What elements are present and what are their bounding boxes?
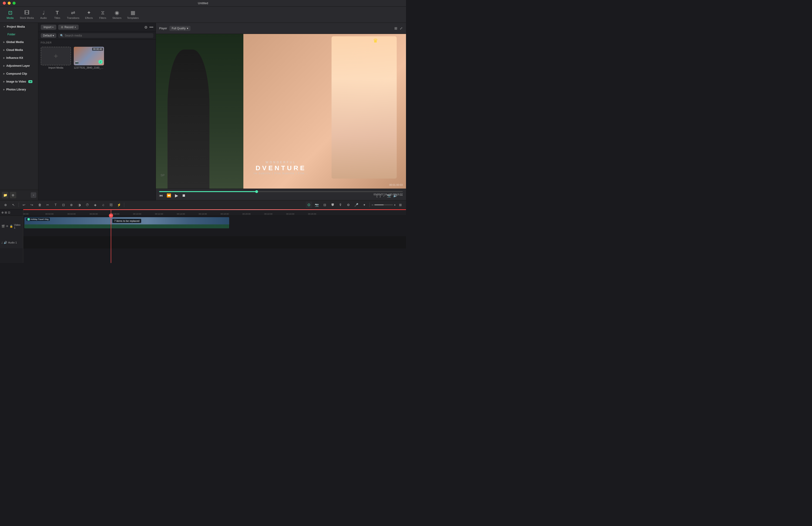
- selected-check-icon: ✓: [98, 60, 103, 64]
- toolbar-templates[interactable]: ▦ Templates: [125, 9, 141, 21]
- sidebar-compound-clip[interactable]: ▶ Compound Clip: [0, 70, 38, 78]
- progress-handle[interactable]: [255, 190, 258, 193]
- timeline-area: ⊕ ↖ ↩ ↪ 🗑 ✂ T ⊡: [0, 200, 406, 263]
- sidebar-global-media[interactable]: ▶ Global Media: [0, 38, 38, 46]
- import-thumb[interactable]: +: [41, 47, 71, 65]
- playback-controls: ⏮ ⏪ ▶ ⏹ [ ] ↓ 📷 🔊 ⋯: [156, 193, 406, 198]
- snapshot-button[interactable]: 📷: [314, 201, 320, 208]
- mute-icon[interactable]: 🔊: [4, 241, 7, 244]
- ruler-mark-20: 00:20:00: [243, 213, 250, 215]
- adjustment-layer-label: Adjustment Layer: [6, 64, 30, 67]
- sidebar-adjustment-layer[interactable]: ▶ Adjustment Layer: [0, 62, 38, 70]
- link-button[interactable]: ⛓: [108, 201, 114, 208]
- zoom-slider[interactable]: [374, 205, 393, 205]
- toolbar-titles[interactable]: T Titles: [51, 9, 64, 21]
- toolbar-media[interactable]: ⊡ Media: [4, 9, 16, 21]
- fit-button[interactable]: ⊞: [397, 201, 404, 208]
- more-options-icon[interactable]: •••: [149, 25, 153, 30]
- filter-icon[interactable]: ⚙: [144, 25, 147, 30]
- add-smart-folder-button[interactable]: ⊕: [10, 192, 16, 198]
- sidebar-item-folder[interactable]: Folder: [1, 31, 37, 38]
- toolbar-effects[interactable]: ✦ Effects: [83, 9, 96, 21]
- stop-button[interactable]: ⏹: [182, 194, 186, 198]
- zoom-out-icon[interactable]: −: [372, 203, 374, 207]
- toolbar-stickers[interactable]: ◉ Stickers: [110, 9, 124, 21]
- cut-button[interactable]: ✂: [44, 201, 51, 208]
- select-tool-button[interactable]: ↖: [10, 201, 17, 208]
- ai-tl-button[interactable]: ✦: [361, 201, 367, 208]
- import-button[interactable]: Import ▾: [41, 25, 56, 30]
- add-track-icon[interactable]: ⊕: [1, 211, 4, 214]
- video-track-header: 🎬 👁 🔒 Video 1: [0, 216, 23, 237]
- transform-button[interactable]: ⊕: [68, 201, 75, 208]
- mask-button[interactable]: ◈: [92, 201, 98, 208]
- crop-icon: ⊡: [62, 203, 65, 207]
- import-chevron-icon: ▾: [52, 26, 54, 28]
- media-label: Media: [7, 16, 14, 19]
- voice-button[interactable]: 🎤: [353, 201, 360, 208]
- audio-edit-button[interactable]: ♫: [100, 201, 106, 208]
- default-view-button[interactable]: Default ▾: [41, 33, 56, 38]
- chevron-right-icon7: ▶: [3, 88, 5, 91]
- zoom-control: − +: [372, 203, 396, 207]
- record-tl-button[interactable]: ⊙: [306, 201, 312, 208]
- text-button[interactable]: T: [52, 201, 59, 208]
- toolbar-audio[interactable]: ♩ Audio: [37, 9, 50, 21]
- sidebar-project-media[interactable]: ▼ Project Media: [0, 23, 38, 31]
- progress-bar[interactable]: [159, 191, 403, 192]
- audio-track-icon[interactable]: ♩: [1, 241, 3, 244]
- undo-button[interactable]: ↩: [21, 201, 27, 208]
- redo-button[interactable]: ↪: [29, 201, 35, 208]
- eye-icon[interactable]: 👁: [6, 225, 9, 228]
- color-button[interactable]: ◑: [76, 201, 83, 208]
- watermark: SP: [161, 174, 164, 177]
- toolbar-transitions[interactable]: ⇌ Transitions: [65, 9, 82, 21]
- unlink-button[interactable]: ⚡: [116, 201, 122, 208]
- import-media-item[interactable]: + Import Media: [41, 47, 71, 69]
- zoom-in-icon[interactable]: +: [394, 203, 396, 207]
- film-title: DVENTURE: [253, 164, 308, 172]
- window-controls: [3, 2, 16, 5]
- play-button[interactable]: ▶: [175, 193, 178, 198]
- audio-track-content: [23, 237, 406, 249]
- maximize-button[interactable]: [13, 2, 16, 5]
- collapse-sidebar-button[interactable]: ‹: [31, 192, 36, 198]
- sidebar-image-to-video[interactable]: ▶ Image to Video AI: [0, 78, 38, 86]
- shield-button[interactable]: ⛊: [330, 201, 336, 208]
- search-input[interactable]: [65, 34, 151, 37]
- sidebar-photos-library[interactable]: ▶ Photos Library: [0, 86, 38, 93]
- chevron-right-icon5: ▶: [3, 73, 5, 75]
- toolbar-filters[interactable]: ⧖ Filters: [96, 9, 109, 21]
- add-folder-button[interactable]: 📁: [2, 192, 9, 198]
- rewind-button[interactable]: ⏮: [159, 194, 163, 198]
- minimize-button[interactable]: [8, 2, 11, 5]
- toolbar-stock-media[interactable]: 🎞 Stock Media: [17, 9, 36, 21]
- delete-button[interactable]: 🗑: [37, 201, 43, 208]
- quality-selector[interactable]: Full Quality ▾: [169, 26, 191, 31]
- settings-row-icon[interactable]: ⊞: [5, 211, 7, 214]
- clip-item[interactable]: 00:00:40 📷 ✓ 12377531_3840_2160_24fps: [74, 47, 104, 69]
- record-button[interactable]: Record ▾: [58, 25, 78, 30]
- detach-button[interactable]: ⊟: [321, 201, 328, 208]
- more-row-icon[interactable]: ⊡: [8, 211, 10, 214]
- settings-icon: ⚙: [347, 203, 350, 207]
- video-clip[interactable]: Holiday Travel Vlog 7 items to be replac…: [25, 217, 229, 228]
- mic-button[interactable]: 🎙: [337, 201, 344, 208]
- fullscreen-icon[interactable]: ⤢: [400, 26, 403, 30]
- sidebar-influence-kit[interactable]: ▶ Influence Kit: [0, 54, 38, 62]
- quality-label: Full Quality: [172, 27, 186, 30]
- settings-tl-button[interactable]: ⚙: [345, 201, 352, 208]
- video-track-icon[interactable]: 🎬: [1, 225, 5, 228]
- speed-button[interactable]: ⏱: [84, 201, 90, 208]
- crop-button[interactable]: ⊡: [60, 201, 67, 208]
- step-back-button[interactable]: ⏪: [166, 193, 171, 198]
- snap-button[interactable]: ⊕: [2, 201, 9, 208]
- color-icon: ◑: [78, 203, 81, 207]
- close-button[interactable]: [3, 2, 6, 5]
- lock-icon[interactable]: 🔒: [10, 225, 13, 228]
- sidebar-cloud-media[interactable]: ▶ Cloud Media: [0, 46, 38, 54]
- clip-thumb[interactable]: 00:00:40 📷 ✓: [74, 47, 104, 65]
- redo-icon: ↪: [30, 203, 33, 207]
- grid-icon[interactable]: ⊞: [394, 26, 397, 30]
- stickers-label: Stickers: [112, 16, 121, 19]
